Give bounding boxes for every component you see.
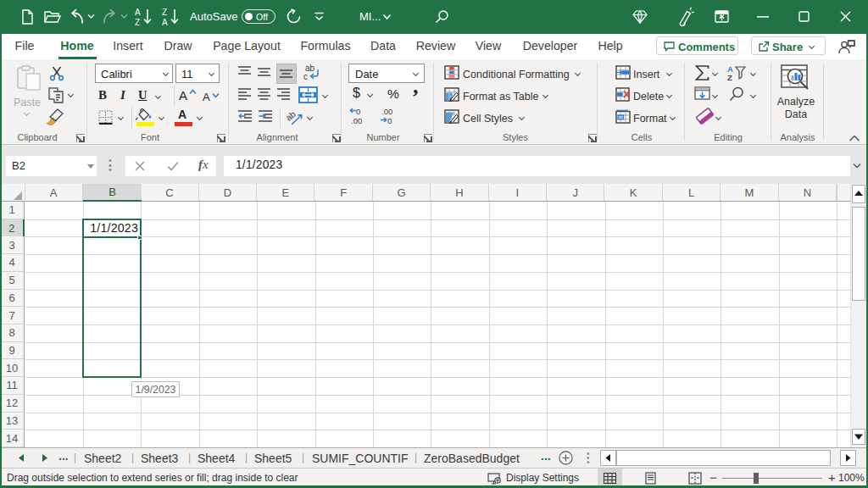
svg-text:0: 0 — [387, 116, 392, 125]
svg-text:A: A — [162, 18, 168, 26]
svg-text:c: c — [303, 72, 308, 81]
svg-text:Z: Z — [162, 8, 167, 17]
svg-text:.00: .00 — [381, 107, 392, 116]
svg-text:Z: Z — [727, 73, 732, 81]
svg-text:Z: Z — [135, 18, 140, 26]
svg-text:0: 0 — [356, 107, 360, 116]
svg-text:.00: .00 — [351, 116, 362, 125]
svg-text:A: A — [135, 8, 141, 17]
